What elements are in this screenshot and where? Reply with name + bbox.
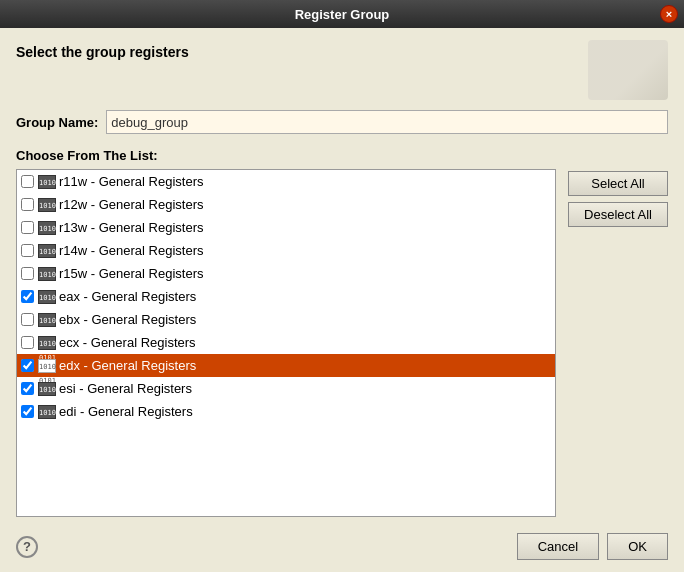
list-item-checkbox[interactable]: [21, 313, 34, 326]
header-decoration: [588, 40, 668, 100]
list-item-label: r13w - General Registers: [59, 220, 204, 235]
list-item[interactable]: 10100101edi - General Registers: [17, 400, 555, 423]
dialog-body: Select the group registers Group Name: C…: [0, 28, 684, 572]
list-item-label: eax - General Registers: [59, 289, 196, 304]
register-icon: 10100101: [38, 359, 56, 373]
list-item[interactable]: 10100101esi - General Registers: [17, 377, 555, 400]
title-bar: Register Group ×: [0, 0, 684, 28]
group-name-input[interactable]: [106, 110, 668, 134]
select-all-button[interactable]: Select All: [568, 171, 668, 196]
register-icon: 10100101: [38, 175, 56, 189]
bottom-buttons: Cancel OK: [517, 533, 668, 560]
list-item[interactable]: 10100101r14w - General Registers: [17, 239, 555, 262]
list-item[interactable]: 10100101edx - General Registers: [17, 354, 555, 377]
list-item[interactable]: 10100101ebx - General Registers: [17, 308, 555, 331]
register-icon: 10100101: [38, 336, 56, 350]
ok-button[interactable]: OK: [607, 533, 668, 560]
deselect-all-button[interactable]: Deselect All: [568, 202, 668, 227]
list-item-checkbox[interactable]: [21, 405, 34, 418]
list-item-checkbox[interactable]: [21, 244, 34, 257]
list-item[interactable]: 10100101eax - General Registers: [17, 285, 555, 308]
register-icon: 10100101: [38, 198, 56, 212]
list-item-label: ebx - General Registers: [59, 312, 196, 327]
list-item-checkbox[interactable]: [21, 359, 34, 372]
group-name-label: Group Name:: [16, 115, 98, 130]
register-icon: 10100101: [38, 382, 56, 396]
title-bar-text: Register Group: [295, 7, 390, 22]
help-icon[interactable]: ?: [16, 536, 38, 558]
list-item-label: esi - General Registers: [59, 381, 192, 396]
cancel-button[interactable]: Cancel: [517, 533, 599, 560]
register-icon: 10100101: [38, 221, 56, 235]
list-item-checkbox[interactable]: [21, 267, 34, 280]
list-item-label: r14w - General Registers: [59, 243, 204, 258]
list-area: 10100101r11w - General Registers10100101…: [16, 169, 668, 517]
header-area: Select the group registers: [16, 40, 668, 100]
list-item-checkbox[interactable]: [21, 290, 34, 303]
side-buttons: Select All Deselect All: [568, 169, 668, 517]
register-icon: 10100101: [38, 244, 56, 258]
list-item-checkbox[interactable]: [21, 382, 34, 395]
list-item-label: r11w - General Registers: [59, 174, 204, 189]
list-item[interactable]: 10100101ecx - General Registers: [17, 331, 555, 354]
register-icon: 10100101: [38, 405, 56, 419]
register-icon: 10100101: [38, 267, 56, 281]
register-icon: 10100101: [38, 290, 56, 304]
list-item-label: r12w - General Registers: [59, 197, 204, 212]
list-item-checkbox[interactable]: [21, 221, 34, 234]
list-item[interactable]: 10100101r13w - General Registers: [17, 216, 555, 239]
list-item-label: edx - General Registers: [59, 358, 196, 373]
bottom-bar: ? Cancel OK: [16, 529, 668, 560]
list-item[interactable]: 10100101r15w - General Registers: [17, 262, 555, 285]
list-item-checkbox[interactable]: [21, 336, 34, 349]
list-item[interactable]: 10100101r12w - General Registers: [17, 193, 555, 216]
header-text: Select the group registers: [16, 40, 588, 60]
choose-label: Choose From The List:: [16, 148, 668, 163]
list-item-label: r15w - General Registers: [59, 266, 204, 281]
list-item-checkbox[interactable]: [21, 198, 34, 211]
list-item[interactable]: 10100101r11w - General Registers: [17, 170, 555, 193]
list-item-checkbox[interactable]: [21, 175, 34, 188]
list-item-label: edi - General Registers: [59, 404, 193, 419]
list-item-label: ecx - General Registers: [59, 335, 196, 350]
register-icon: 10100101: [38, 313, 56, 327]
register-list[interactable]: 10100101r11w - General Registers10100101…: [16, 169, 556, 517]
group-name-row: Group Name:: [16, 110, 668, 134]
close-button[interactable]: ×: [660, 5, 678, 23]
